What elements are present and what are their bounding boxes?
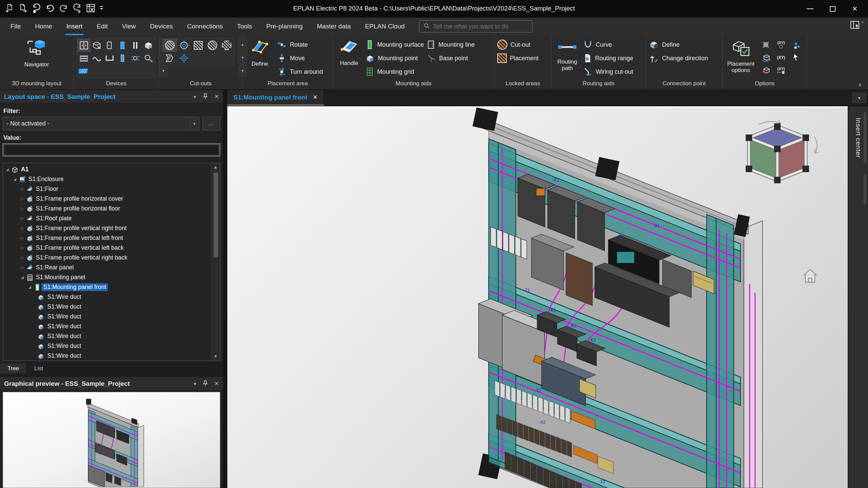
cutout-hex-icon[interactable] bbox=[220, 39, 233, 51]
door-blue-icon[interactable] bbox=[116, 39, 129, 51]
menu-home[interactable]: Home bbox=[28, 18, 60, 35]
filter-dropdown-icon[interactable]: ▾ bbox=[190, 117, 196, 130]
panel-close-icon[interactable]: ✕ bbox=[214, 93, 219, 100]
maximize-button[interactable] bbox=[821, 1, 844, 17]
panel-close-icon[interactable]: ✕ bbox=[214, 380, 219, 387]
insert-center-tab[interactable]: Insert center bbox=[854, 118, 862, 158]
value-input[interactable] bbox=[3, 143, 220, 156]
tree-item-wire-duct[interactable]: S1:Wire duct bbox=[4, 312, 210, 321]
cutout-base-point-icon[interactable] bbox=[177, 52, 191, 64]
placement-options-button[interactable]: Placement options bbox=[725, 38, 756, 73]
routing-range-button[interactable]: Routing range bbox=[583, 52, 633, 64]
tree-item-wire-duct[interactable]: S1:Wire duct bbox=[4, 331, 210, 341]
tab-close-icon[interactable]: ✕ bbox=[313, 94, 317, 101]
home-view-button[interactable] bbox=[801, 267, 819, 286]
circle-handle-icon[interactable] bbox=[142, 52, 154, 64]
tree-item-roof-plate[interactable]: ▷ S1:Roof plate bbox=[4, 214, 210, 223]
cutout-circle-icon[interactable] bbox=[163, 39, 177, 51]
expander-icon[interactable]: ◢ bbox=[19, 275, 25, 280]
expander-icon[interactable]: ▷ bbox=[19, 226, 25, 230]
menu-file[interactable]: File bbox=[3, 18, 28, 35]
terminal-clamp-icon[interactable] bbox=[129, 52, 141, 64]
tree-item-frame-v-rb[interactable]: ▷ S1:Frame profile vertical right back bbox=[4, 253, 210, 263]
tree-item-floor[interactable]: ▷ S1:Floor bbox=[4, 184, 210, 194]
cutout-drill-icon[interactable] bbox=[177, 39, 191, 51]
undo-icon[interactable] bbox=[44, 2, 56, 14]
xy-settings-icon[interactable]: (XY) bbox=[774, 39, 788, 51]
cursor-xy-icon[interactable] bbox=[789, 51, 803, 64]
panel-menu-icon[interactable]: ▾ bbox=[194, 381, 196, 386]
handle-button[interactable]: Handle bbox=[336, 38, 363, 66]
tab-tree[interactable]: Tree bbox=[0, 363, 27, 374]
tab-s1-mounting-panel-front[interactable]: S1:Mounting panel front ✕ bbox=[227, 90, 324, 106]
mounting-surface-button[interactable]: Mounting surface bbox=[365, 39, 424, 51]
mounting-rail-icon[interactable] bbox=[104, 52, 116, 64]
tree-item-frame-v-lf[interactable]: ▷ S1:Frame profile vertical left front bbox=[4, 233, 210, 243]
expander-icon[interactable]: ▷ bbox=[19, 246, 25, 250]
menu-devices[interactable]: Devices bbox=[143, 18, 180, 35]
direction-arrows-icon[interactable] bbox=[789, 39, 803, 51]
collapse-ribbon-button[interactable]: ∧ bbox=[858, 82, 862, 88]
tree-item-wire-duct[interactable]: S1:Wire duct bbox=[4, 292, 210, 302]
expander-icon[interactable]: ▷ bbox=[19, 236, 25, 240]
curve-button[interactable]: Curve bbox=[583, 39, 633, 51]
cabinet-insert-icon[interactable] bbox=[91, 39, 103, 51]
xy-icon[interactable]: (XY) bbox=[774, 51, 788, 64]
pin-icon[interactable] bbox=[203, 93, 208, 100]
menu-view[interactable]: View bbox=[115, 18, 143, 35]
flexible-wire-icon[interactable] bbox=[91, 52, 103, 64]
insert-device-icon[interactable] bbox=[85, 2, 97, 14]
tree-item-frame-h-cover[interactable]: ▷ S1:Frame profile horizontal cover bbox=[4, 194, 210, 204]
menu-connections[interactable]: Connections bbox=[180, 18, 230, 35]
routing-path-button[interactable]: Routing path bbox=[554, 38, 580, 71]
rotate-button[interactable]: Rotate bbox=[277, 39, 323, 51]
view-cube[interactable] bbox=[737, 117, 821, 191]
dock-splitter[interactable] bbox=[223, 90, 227, 488]
tree-item-rear-panel[interactable]: ▷ S1:Rear panel bbox=[4, 263, 210, 272]
search-input[interactable] bbox=[433, 23, 528, 30]
panel-menu-icon[interactable]: ▾ bbox=[194, 94, 196, 99]
partition-icon[interactable] bbox=[129, 39, 141, 51]
expander-icon[interactable]: ▷ bbox=[19, 206, 25, 211]
turn-around-button[interactable]: Turn around bbox=[277, 66, 323, 78]
close-button[interactable]: ✕ bbox=[844, 1, 866, 17]
expander-icon[interactable]: ◢ bbox=[27, 285, 33, 289]
mounting-point-button[interactable]: Mounting point bbox=[365, 52, 424, 64]
tree-item-mounting-panel[interactable]: ◢ S1:Mounting panel bbox=[4, 272, 210, 282]
menu-insert[interactable]: Insert bbox=[59, 18, 90, 35]
tell-me-search[interactable] bbox=[419, 20, 533, 32]
redo-list-icon[interactable] bbox=[71, 2, 83, 14]
expander-icon[interactable]: ◢ bbox=[12, 177, 18, 181]
cutout-rect-icon[interactable] bbox=[191, 39, 205, 51]
scroll-up-icon[interactable]: ▲ bbox=[214, 163, 218, 171]
qat-customize-icon[interactable] bbox=[98, 2, 105, 14]
navigator-button[interactable]: Navigator bbox=[21, 38, 53, 68]
redo-icon[interactable] bbox=[58, 2, 70, 14]
placement-points-icon[interactable] bbox=[759, 39, 773, 51]
tree-item-frame-h-floor[interactable]: ▷ S1:Frame profile horizontal floor bbox=[4, 204, 210, 214]
tree-item-frame-v-rf[interactable]: ▷ S1:Frame profile vertical right front bbox=[4, 223, 210, 233]
change-direction-button[interactable]: Change direction bbox=[649, 52, 708, 64]
enclosure-icon[interactable] bbox=[78, 39, 90, 51]
panel-blue-icon[interactable] bbox=[116, 52, 129, 64]
xy-dimension-icon[interactable]: (XY) bbox=[774, 64, 788, 76]
move-button[interactable]: Move bbox=[277, 52, 323, 64]
cube-point-icon[interactable] bbox=[759, 64, 773, 76]
locked-placement-button[interactable]: Placement bbox=[497, 52, 539, 64]
expander-icon[interactable]: ▷ bbox=[19, 197, 25, 201]
filter-ellipsis-button[interactable]: ... bbox=[203, 117, 220, 130]
tab-list-dropdown-button[interactable]: ▾ bbox=[852, 93, 866, 103]
next-page-icon[interactable] bbox=[17, 2, 29, 14]
menu-eplan-cloud[interactable]: EPLAN Cloud bbox=[358, 18, 412, 35]
tree-item-enclosure[interactable]: ◢ S1:Enclosure bbox=[4, 174, 210, 184]
graphical-preview-canvas[interactable] bbox=[3, 392, 220, 488]
tree-item-wire-duct[interactable]: S1:Wire duct bbox=[4, 302, 210, 312]
layout-space-header[interactable]: Layout space - ESS_Sample_Project ▾ ✕ bbox=[0, 90, 223, 104]
cutout-contour-icon[interactable] bbox=[163, 52, 177, 64]
base-point-button[interactable]: Base point bbox=[427, 52, 475, 64]
pin-icon[interactable] bbox=[203, 380, 208, 387]
tree-scrollbar[interactable]: ▲ ▼ bbox=[211, 163, 220, 360]
model-3d-viewport[interactable]: -F1 -A1 -A2 -T1 -K1 -K2 -K3 -X1 -X2 -X3 bbox=[227, 106, 848, 488]
placement-define-button[interactable]: Define bbox=[246, 38, 274, 67]
expander-icon[interactable]: ▷ bbox=[19, 256, 25, 260]
